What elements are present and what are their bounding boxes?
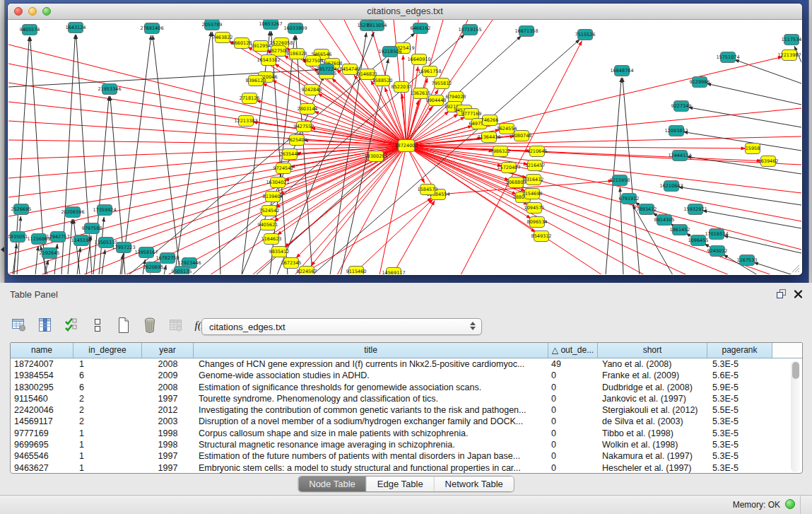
- graph-node[interactable]: 2803144: [298, 104, 318, 115]
- graph-node[interactable]: 7515526: [575, 30, 596, 40]
- column-header-name[interactable]: name: [11, 343, 73, 358]
- graph-node[interactable]: 9405621: [258, 220, 278, 230]
- graph-node[interactable]: 8316412: [524, 175, 544, 185]
- graph-node[interactable]: 10719155: [458, 25, 481, 35]
- graph-node[interactable]: 27691406: [140, 23, 163, 34]
- graph-node[interactable]: 8096534: [527, 217, 548, 228]
- minimize-window-icon[interactable]: [28, 7, 37, 16]
- graph-node[interactable]: 8396123: [246, 76, 266, 86]
- graph-node[interactable]: 2718126: [240, 93, 260, 104]
- table-row[interactable]: 969969511998Structural magnetic resonanc…: [11, 439, 802, 450]
- graph-node[interactable]: 1210645: [527, 146, 548, 157]
- graph-node[interactable]: 1643124: [66, 23, 86, 33]
- graph-node[interactable]: 8139404: [263, 192, 283, 202]
- splitter-collapse-icon[interactable]: [1, 247, 4, 252]
- graph-node[interactable]: 12213383: [234, 116, 257, 127]
- graph-node[interactable]: 9227349: [671, 101, 692, 112]
- column-header-short[interactable]: short: [598, 343, 707, 358]
- graph-node[interactable]: 6794028: [446, 92, 466, 103]
- graph-node[interactable]: 9405574: [20, 25, 40, 35]
- graph-node[interactable]: 1094575: [524, 203, 545, 214]
- graph-node[interactable]: 21364436: [477, 132, 500, 143]
- graph-node[interactable]: 2526695: [11, 204, 32, 215]
- graph-node[interactable]: 1584573: [418, 185, 438, 195]
- close-window-icon[interactable]: [14, 7, 23, 16]
- graph-node[interactable]: 15958: [746, 144, 760, 154]
- right-panel-strip[interactable]: [808, 0, 812, 283]
- network-window-titlebar[interactable]: citations_edges.txt: [8, 4, 802, 20]
- graph-node[interactable]: 1117534: [782, 35, 801, 45]
- graph-node[interactable]: 1145194: [71, 235, 92, 246]
- create-table-icon[interactable]: [116, 317, 131, 334]
- table-row[interactable]: 1456911722003Disruption of a novel membe…: [11, 416, 802, 427]
- graph-node[interactable]: 7893412: [637, 204, 657, 215]
- graph-node[interactable]: 9245012: [707, 246, 728, 257]
- graph-node[interactable]: 12213987: [777, 50, 801, 61]
- column-header-pagerank[interactable]: pagerank: [707, 343, 772, 358]
- table-row[interactable]: 946554611997Estimation of the future num…: [11, 450, 802, 462]
- graph-node[interactable]: 9129966: [690, 77, 710, 88]
- column-header-year[interactable]: year: [142, 343, 194, 358]
- select-all-icon[interactable]: [64, 317, 79, 334]
- graph-node[interactable]: 1164623: [261, 234, 282, 245]
- graph-node[interactable]: 9904448: [426, 95, 447, 106]
- graph-node[interactable]: 3216457: [525, 160, 546, 171]
- table-row[interactable]: 1830029562008Estimation of significance …: [11, 382, 802, 393]
- graph-node[interactable]: 1835051: [8, 232, 28, 243]
- table-row[interactable]: 1938455462009Genome-wide association stu…: [11, 370, 802, 381]
- network-table-select[interactable]: citations_edges.txt: [201, 318, 482, 335]
- graph-node[interactable]: 6466162: [411, 23, 431, 34]
- graph-node[interactable]: 2055789: [202, 20, 223, 30]
- tab-node-table[interactable]: Node Table: [298, 477, 367, 491]
- graph-node[interactable]: 7986322: [490, 146, 511, 157]
- graph-node[interactable]: 16210643: [659, 181, 683, 192]
- graph-node[interactable]: 1861452: [670, 225, 690, 235]
- graph-node[interactable]: 8549312: [531, 231, 552, 242]
- tab-network-table[interactable]: Network Table: [435, 477, 514, 491]
- table-row[interactable]: 946362711997Embryonic stem cells: a mode…: [11, 462, 802, 474]
- table-row[interactable]: 1872400712008Changes of HCN gene express…: [11, 358, 802, 370]
- graph-node[interactable]: 8215958: [610, 175, 630, 186]
- graph-node[interactable]: 746266: [481, 115, 499, 126]
- graph-node[interactable]: 1096455: [688, 235, 709, 246]
- close-panel-icon[interactable]: [794, 288, 803, 299]
- graph-node[interactable]: 7524542: [259, 206, 280, 216]
- import-table-icon[interactable]: [168, 317, 184, 334]
- zoom-window-icon[interactable]: [42, 7, 51, 16]
- scrollbar-thumb[interactable]: [792, 362, 799, 379]
- column-header-in-degree[interactable]: in_degree: [73, 343, 142, 358]
- graph-node[interactable]: 13958167: [134, 247, 158, 258]
- graph-node[interactable]: 7463822: [213, 33, 233, 43]
- graph-node[interactable]: 1080748: [512, 131, 532, 141]
- graph-node[interactable]: 15932971: [683, 204, 707, 215]
- table-row[interactable]: 2242004622012Investigating the contribut…: [11, 404, 802, 416]
- graph-node[interactable]: 7635448: [280, 149, 300, 160]
- citation-network-graph[interactable]: 1872400774638228660128591295415226058982…: [8, 20, 801, 274]
- graph-node[interactable]: 15751074: [716, 52, 739, 63]
- delete-table-icon[interactable]: [142, 317, 158, 334]
- graph-node[interactable]: 9115460: [346, 267, 367, 275]
- column-header-out-de-[interactable]: △ out_de...: [548, 343, 598, 358]
- graph-node[interactable]: 7625404: [287, 135, 307, 146]
- graph-node[interactable]: 8914305: [654, 215, 675, 226]
- left-panel-strip[interactable]: [0, 0, 5, 283]
- graph-node[interactable]: 1588520: [372, 76, 393, 86]
- graph-node[interactable]: 9242848: [302, 85, 322, 95]
- column-header-title[interactable]: title: [194, 343, 548, 358]
- graph-node[interactable]: 16671358: [514, 26, 538, 37]
- vertical-scrollbar[interactable]: [791, 361, 800, 472]
- graph-node[interactable]: 18724007: [394, 140, 418, 152]
- graph-node[interactable]: 12093832: [664, 126, 688, 136]
- graph-node[interactable]: 10653267: [259, 20, 282, 30]
- table-row[interactable]: 911546021997Tourette syndrome. Phenomeno…: [11, 393, 802, 404]
- graph-node[interactable]: 21953346: [98, 84, 121, 95]
- graph-node[interactable]: 2192645: [40, 248, 60, 259]
- graph-node[interactable]: 1672345: [281, 258, 302, 269]
- graph-node[interactable]: 9835412: [269, 247, 290, 257]
- graph-node[interactable]: 8660128: [232, 38, 252, 49]
- float-window-icon[interactable]: [776, 288, 787, 299]
- table-settings-icon[interactable]: [11, 317, 27, 334]
- window-resize-grip[interactable]: [791, 264, 800, 273]
- graph-node[interactable]: 17359924: [93, 205, 116, 216]
- graph-node[interactable]: 6791912: [619, 194, 640, 204]
